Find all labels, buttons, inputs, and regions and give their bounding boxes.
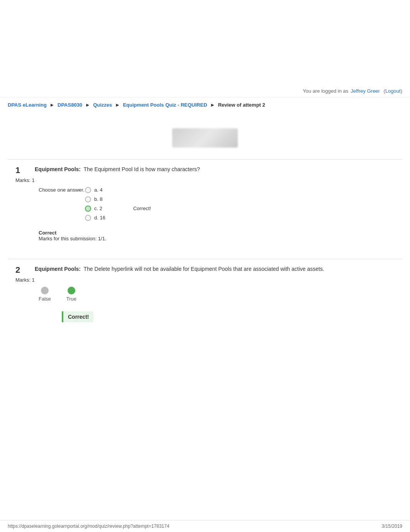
- option-c-radio: [85, 206, 91, 212]
- option-a-row: a. 4: [85, 187, 395, 193]
- question-1-block: 1 Equipment Pools: The Equipment Pool Id…: [8, 159, 402, 247]
- breadcrumb: DPAS eLearning ► DPAS8030 ► Quizzes ► Eq…: [0, 97, 410, 113]
- logged-in-label: You are logged in as: [303, 88, 348, 94]
- tf-false-option: False: [39, 287, 51, 302]
- breadcrumb-arrow-2: ►: [85, 102, 91, 108]
- question-2-header: 2 Equipment Pools: The Delete hyperlink …: [15, 265, 395, 275]
- option-c-row: c. 2 Correct!: [85, 206, 395, 212]
- option-d-label: d. 16: [94, 215, 105, 221]
- option-b-label: b. 8: [94, 196, 103, 202]
- question-2-number: 2: [15, 265, 27, 275]
- option-c-label: c. 2: [94, 206, 102, 211]
- breadcrumb-arrow-4: ►: [210, 102, 216, 108]
- tf-true-option: True: [66, 287, 76, 302]
- breadcrumb-arrow-1: ►: [50, 102, 56, 108]
- user-name-link[interactable]: Jeffrey Greer: [351, 88, 380, 94]
- option-b-radio: [85, 196, 91, 202]
- result-marks-text: Marks for this submission: 1/1.: [39, 236, 395, 241]
- tf-true-label: True: [66, 296, 76, 302]
- option-b-row: b. 8: [85, 196, 395, 202]
- breadcrumb-link-dpas-elearning[interactable]: DPAS eLearning: [8, 102, 47, 108]
- question-2-topic: Equipment Pools:: [35, 266, 81, 272]
- option-c-correct-badge: Correct!: [133, 206, 151, 211]
- tf-false-radio: [41, 287, 49, 294]
- footer-date: 3/15/2019: [382, 524, 402, 529]
- quiz-image-blurred: [172, 128, 238, 148]
- question-1-topic: Equipment Pools:: [35, 166, 81, 172]
- logout-wrapper: (Logout): [382, 88, 402, 94]
- question-1-result: Correct Marks for this submission: 1/1.: [39, 230, 395, 241]
- question-2-block: 2 Equipment Pools: The Delete hyperlink …: [8, 259, 402, 328]
- breadcrumb-current: Review of attempt 2: [218, 102, 265, 108]
- question-1-number: 1: [15, 165, 27, 175]
- quiz-image-area: [8, 128, 402, 148]
- question-1-header: 1 Equipment Pools: The Equipment Pool Id…: [15, 165, 395, 175]
- question-2-text: Equipment Pools: The Delete hyperlink wi…: [35, 265, 395, 273]
- footer: https://dpaselearning.golearnportal.org/…: [0, 520, 410, 532]
- breadcrumb-link-quizzes[interactable]: Quizzes: [93, 102, 112, 108]
- option-a-radio: [85, 187, 91, 193]
- footer-url[interactable]: https://dpaselearning.golearnportal.org/…: [8, 524, 169, 529]
- tf-false-label: False: [39, 296, 51, 302]
- option-a-label: a. 4: [94, 187, 103, 193]
- question-2-marks: Marks: 1: [15, 277, 395, 283]
- question-1-text: Equipment Pools: The Equipment Pool Id i…: [35, 165, 395, 173]
- question-1-marks: Marks: 1: [15, 177, 395, 183]
- option-d-row: d. 16: [85, 215, 395, 221]
- breadcrumb-link-quiz-name[interactable]: Equipment Pools Quiz - REQUIRED: [123, 102, 207, 108]
- breadcrumb-arrow-3: ►: [115, 102, 121, 108]
- option-d-radio: [85, 215, 91, 221]
- breadcrumb-link-dpas8030[interactable]: DPAS8030: [58, 102, 82, 108]
- main-content: 1 Equipment Pools: The Equipment Pool Id…: [0, 113, 410, 363]
- logout-link[interactable]: Logout: [385, 88, 401, 94]
- question-1-choose-label: Choose one answer.: [39, 187, 85, 224]
- tf-true-radio: [68, 287, 75, 294]
- question-1-answer-section: Choose one answer. a. 4 b. 8 c. 2 Correc…: [39, 187, 395, 224]
- top-bar: You are logged in as Jeffrey Greer (Logo…: [0, 85, 410, 97]
- question-2-correct-badge: Correct!: [62, 311, 93, 322]
- question-1-options: a. 4 b. 8 c. 2 Correct! d. 16: [85, 187, 395, 224]
- result-correct-text: Correct: [39, 230, 395, 236]
- question-2-tf-options: False True: [39, 287, 395, 302]
